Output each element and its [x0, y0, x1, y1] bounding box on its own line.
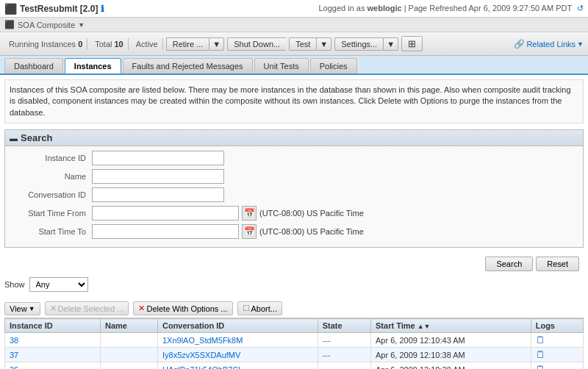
total-stat: Total 10: [90, 38, 129, 50]
cell-start-time: Apr 6, 2009 12:10:38 AM: [371, 348, 531, 362]
table-row: 36 HAqlPo71k54OhB7Cl --- Apr 6, 2009 12:…: [5, 362, 584, 369]
state-value: ---: [323, 336, 331, 345]
start-time-to-calendar-icon[interactable]: 📅: [242, 224, 257, 239]
instance-id-link[interactable]: 38: [10, 336, 18, 345]
abort-button[interactable]: ☐ Abort...: [237, 301, 282, 315]
test-dropdown-button[interactable]: ▼: [316, 37, 331, 51]
name-input[interactable]: [92, 169, 224, 184]
state-value: ---: [323, 365, 331, 369]
table-row: 37 Iy8x5zvX5SXDAufMV --- Apr 6, 2009 12:…: [5, 348, 584, 362]
conversation-id-row: Conversation ID: [11, 187, 577, 202]
header-sub: ⬛ SOA Composite ▼: [0, 18, 588, 32]
cell-state: ---: [318, 348, 370, 362]
start-time-from-label: Start Time From: [11, 209, 92, 218]
refresh-icon[interactable]: ↺: [577, 4, 584, 12]
conversation-id-link[interactable]: Iy8x5zvX5SXDAufMV: [162, 351, 240, 359]
delete-with-options-button[interactable]: ✕ Delete With Options ...: [133, 301, 232, 315]
start-time-from-input[interactable]: [92, 206, 239, 221]
start-time-to-input[interactable]: [92, 224, 239, 239]
main-toolbar: Running Instances 0 Total 10 Active Reti…: [0, 32, 588, 56]
conversation-id-link[interactable]: 1Xn9lAO_StdM5Fk8M: [162, 336, 243, 345]
related-links-label: Related Links: [526, 40, 576, 49]
view-button[interactable]: View ▼: [4, 302, 40, 315]
instances-table-container: Instance ID Name Conversation ID State S…: [4, 318, 584, 369]
name-label: Name: [11, 172, 92, 181]
settings-dropdown-button[interactable]: ▼: [383, 37, 398, 51]
instance-id-link[interactable]: 36: [10, 365, 18, 369]
info-icon[interactable]: ℹ: [101, 4, 104, 14]
cell-logs: 🗒: [531, 333, 583, 348]
running-instances-value: 0: [78, 40, 82, 49]
tab-policies[interactable]: Policies: [310, 58, 357, 74]
reset-button[interactable]: Reset: [536, 257, 579, 271]
instance-id-link[interactable]: 37: [10, 351, 18, 359]
retire-button-group[interactable]: Retire ... ▼: [166, 37, 224, 51]
view-label: View: [10, 304, 27, 313]
conversation-id-input[interactable]: [92, 187, 224, 202]
shutdown-button[interactable]: Shut Down...: [227, 37, 286, 51]
running-instances-label: Running Instances: [9, 40, 76, 49]
table-header: Instance ID Name Conversation ID State S…: [5, 319, 584, 333]
cell-start-time: Apr 6, 2009 12:10:43 AM: [371, 333, 531, 348]
sort-icons: ▲▼: [417, 323, 431, 329]
start-time-from-calendar-icon[interactable]: 📅: [242, 206, 257, 221]
state-value: ---: [323, 351, 331, 359]
results-toolbar: View ▼ ✕ Delete Selected ... ✕ Delete Wi…: [4, 299, 584, 318]
conversation-id-link[interactable]: HAqlPo71k54OhB7Cl: [162, 365, 240, 369]
total-value: 10: [115, 40, 123, 49]
instance-id-input[interactable]: [92, 151, 224, 165]
cell-name: [101, 348, 158, 362]
soa-composite-label[interactable]: ⬛ SOA Composite ▼: [4, 20, 85, 29]
app-title: TestResubmit [2.0]: [20, 4, 98, 14]
cell-conversation-id: HAqlPo71k54OhB7Cl: [157, 362, 318, 369]
shutdown-button-group[interactable]: Shut Down...: [227, 37, 286, 51]
logs-icon[interactable]: 🗒: [536, 349, 545, 360]
table-body: 38 1Xn9lAO_StdM5Fk8M --- Apr 6, 2009 12:…: [5, 333, 584, 369]
cell-logs: 🗒: [531, 362, 583, 369]
table-row: 38 1Xn9lAO_StdM5Fk8M --- Apr 6, 2009 12:…: [5, 333, 584, 348]
tab-unit-tests[interactable]: Unit Tests: [254, 58, 309, 74]
collapse-icon: ▬: [10, 134, 18, 143]
search-button[interactable]: Search: [485, 257, 533, 271]
col-header-logs: Logs: [531, 319, 583, 333]
cell-name: [101, 362, 158, 369]
test-button-group[interactable]: Test ▼: [289, 37, 331, 51]
show-row: Show Any Running Completed Faulted Suspe…: [4, 274, 584, 295]
ext-link-button[interactable]: ⊞: [401, 36, 423, 51]
view-dropdown-icon: ▼: [29, 305, 35, 312]
col-header-start-time[interactable]: Start Time ▲▼: [371, 319, 531, 333]
tab-faults[interactable]: Faults and Rejected Messages: [123, 58, 253, 74]
tab-dashboard[interactable]: Dashboard: [4, 58, 63, 74]
active-label: Active: [136, 40, 158, 49]
logs-icon[interactable]: 🗒: [536, 364, 545, 369]
tab-instances[interactable]: Instances: [65, 58, 121, 74]
test-button[interactable]: Test: [289, 37, 316, 51]
logs-icon[interactable]: 🗒: [536, 334, 545, 345]
search-header[interactable]: ▬ Search: [5, 130, 583, 146]
retire-button[interactable]: Retire ...: [166, 37, 209, 51]
show-select[interactable]: Any Running Completed Faulted Suspended …: [29, 277, 88, 292]
name-row: Name: [11, 169, 577, 184]
instance-id-label: Instance ID: [11, 154, 92, 162]
cell-conversation-id: Iy8x5zvX5SXDAufMV: [157, 348, 318, 362]
col-header-name: Name: [101, 319, 158, 333]
soa-composite-dropdown-icon: ▼: [78, 21, 85, 29]
page-refresh-text: Page Refreshed Apr 6, 2009 9:27:50 AM PD…: [409, 4, 572, 12]
start-time-from-row: Start Time From 📅 (UTC-08:00) US Pacific…: [11, 206, 577, 221]
table-header-row: Instance ID Name Conversation ID State S…: [5, 319, 584, 333]
related-links-button[interactable]: 🔗 Related Links ▼: [514, 39, 584, 49]
search-body: Instance ID Name Conversation ID Start T…: [5, 146, 583, 247]
toolbar-right: 🔗 Related Links ▼: [514, 39, 584, 49]
start-time-to-label: Start Time To: [11, 227, 92, 236]
login-info: Logged in as weblogic | Page Refreshed A…: [318, 4, 584, 13]
settings-button[interactable]: Settings...: [334, 37, 383, 51]
cell-conversation-id: 1Xn9lAO_StdM5Fk8M: [157, 333, 318, 348]
soa-composite-text: SOA Composite: [18, 21, 75, 29]
settings-button-group[interactable]: Settings... ▼: [334, 37, 398, 51]
retire-dropdown-button[interactable]: ▼: [209, 37, 224, 51]
start-time-from-group: 📅 (UTC-08:00) US Pacific Time: [92, 206, 364, 221]
soa-logo-icon: ⬛: [4, 3, 17, 15]
instances-table: Instance ID Name Conversation ID State S…: [4, 318, 584, 369]
delete-selected-button[interactable]: ✕ Delete Selected ...: [45, 301, 129, 315]
related-links-icon: 🔗: [514, 39, 525, 49]
